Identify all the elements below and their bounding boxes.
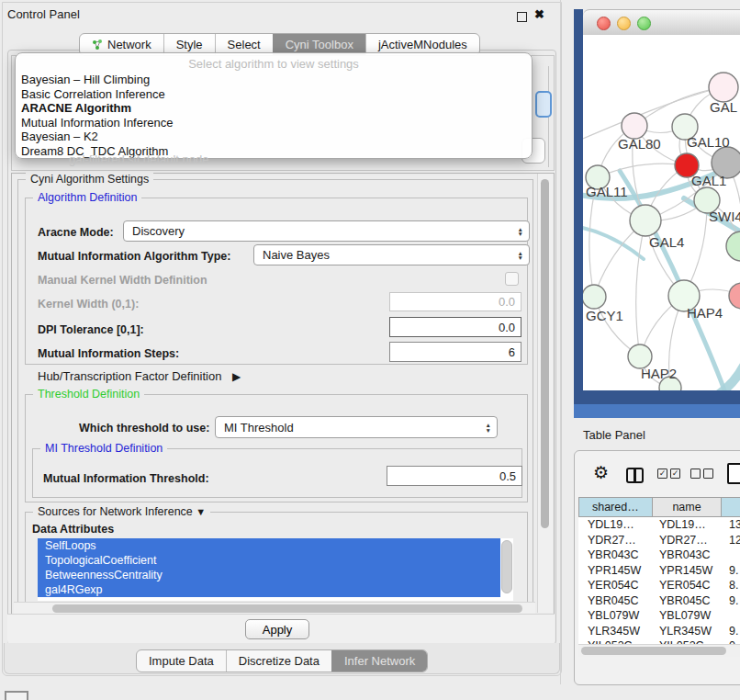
split-pane-icon[interactable] [626,468,644,483]
table-row[interactable]: YLR345WYLR345W9. [578,624,740,639]
table-cell: YBL079W [652,609,722,622]
table-hscrollbar[interactable] [578,644,740,657]
network-node-GCY1[interactable] [583,285,606,309]
algorithm-popup-placeholder: Select algorithm to view settings [16,57,532,71]
network-node-GAL4[interactable] [630,205,661,236]
table-cell: YBR045C [578,594,652,607]
attribute-item[interactable]: BetweennessCentrality [38,568,501,582]
data-attributes-list[interactable]: SelfLoopsTopologicalCoefficientBetweenne… [38,538,513,601]
table-row[interactable]: YPR145WYPR145W9. [578,563,740,579]
algorithm-popup-list: Bayesian – Hill ClimbingBasic Correlatio… [21,73,526,159]
mi-threshold-input[interactable]: 0.5 [387,466,522,486]
table-cell: YDL19… [652,518,722,531]
expand-right-icon[interactable]: ▶ [232,370,241,383]
algorithm-option[interactable]: Mutual Information Inference [21,116,526,130]
table-cell: 8. [722,579,740,592]
tab-impute-data[interactable]: Impute Data [137,650,226,672]
apply-button[interactable]: Apply [245,619,309,639]
settings-hscrollbar[interactable] [14,602,535,614]
column-header-shared…[interactable]: shared… [578,497,653,517]
algorithm-option[interactable]: Bayesian – K2 [21,130,526,144]
table-cell: 12 [722,534,740,547]
node-table-header: shared…nameA [578,497,740,517]
node-label-HAP4: HAP4 [687,305,723,321]
table-cell: YBR043C [578,548,652,561]
mi-steps-input[interactable]: 6 [389,342,521,362]
settings-hscrollbar-thumb[interactable] [52,604,522,613]
cyni-settings-pane: Cyni Algorithm Settings Algorithm Defini… [11,173,555,615]
collapse-down-icon[interactable]: ▼ [196,506,206,517]
attribute-item[interactable]: gal4RGexp [38,582,501,597]
network-view-window: GALGAL80GAL10GAL1GAL11SWI4GAL4GCY1HAP4YH… [574,9,740,418]
table-row[interactable]: YDL19…YDL19…13 [578,517,740,533]
settings-vscrollbar-thumb[interactable] [541,179,549,528]
tab-label: jActiveMNodules [378,38,467,51]
attributes-scrollbar-thumb[interactable] [501,540,512,593]
table-cell: 13 [722,518,740,531]
kernel-width-input[interactable]: 0.0 [389,292,521,311]
unchecked-columns-icon[interactable] [690,469,713,479]
tab-infer-network[interactable]: Infer Network [331,650,427,672]
table-cell: YER054C [652,579,722,592]
manual-kernel-checkbox[interactable] [505,272,519,286]
sources-title-text: Sources for Network Inference [38,505,193,518]
table-cell: 9. [722,564,740,577]
screen: Control Panel ✖ NetworkStyleSelectCyni T… [0,0,740,700]
dpi-tolerance-label: DPI Tolerance [0,1]: [38,323,144,336]
table-cell: YER054C [578,579,652,592]
network-selector-ghost: gal-filtered.sif default node [69,152,208,166]
dpi-tolerance-input[interactable]: 0.0 [389,317,521,337]
network-node-GAL[interactable] [709,73,738,102]
network-window-titlebar[interactable] [583,9,740,37]
network-graph[interactable]: GALGAL80GAL10GAL1GAL11SWI4GAL4GCY1HAP4YH… [583,35,740,390]
aracne-mode-combo[interactable]: Discovery ▲▼ [123,220,530,242]
which-threshold-combo[interactable]: MI Threshold ▲▼ [215,416,498,438]
table-row[interactable]: YER054CYER054C8. [578,578,740,593]
settings-vscrollbar[interactable] [537,174,553,613]
aracne-mode-label: Aracne Mode: [38,226,114,239]
tab-label: Network [107,38,151,51]
panel-divider[interactable] [560,0,561,684]
document-icon[interactable] [727,463,740,484]
stepper-icon: ▲▼ [518,226,523,236]
minimize-traffic-light[interactable] [617,17,631,30]
network-node-grnR[interactable] [726,231,740,261]
attribute-item[interactable]: SelfLoops [38,538,501,553]
gear-icon[interactable]: ⚙ [593,462,609,483]
mi-type-label: Mutual Information Algorithm Type: [38,250,230,263]
mi-type-combo[interactable]: Naive Bayes ▲▼ [253,244,530,265]
network-node-Y[interactable] [729,283,740,309]
column-header-A[interactable]: A [722,497,740,517]
data-attributes-label: Data Attributes [32,523,114,536]
which-threshold-value: MI Threshold [224,421,294,435]
float-window-icon[interactable] [517,12,527,22]
algorithm-option[interactable]: Bayesian – Hill Climbing [21,73,526,87]
network-canvas[interactable]: GALGAL80GAL10GAL1GAL11SWI4GAL4GCY1HAP4YH… [583,35,740,390]
table-row[interactable]: YDR27…YDR27…12 [578,533,740,548]
close-traffic-light[interactable] [597,17,611,30]
attributes-scrollbar[interactable] [500,538,513,601]
algorithm-option[interactable]: ARACNE Algorithm [21,101,526,116]
threshold-definition-title: Threshold Definition [33,388,144,401]
tab-discretize-data[interactable]: Discretize Data [226,650,331,672]
corner-widget[interactable] [5,691,28,700]
hub-definition-label: Hub/Transcription Factor Definition [38,369,221,383]
checked-columns-icon[interactable]: ✓✓ [657,469,680,479]
network-edge[interactable] [636,220,645,356]
combo-stepper-fragment[interactable] [535,91,552,118]
hub-definition-toggle[interactable]: Hub/Transcription Factor Definition ▶ [38,369,241,383]
table-cell: YLR345W [578,625,652,638]
algorithm-dropdown-popup: Select algorithm to view settings Bayesi… [15,52,533,159]
zoom-traffic-light[interactable] [637,17,651,30]
column-header-name[interactable]: name [653,497,723,517]
algorithm-option[interactable]: Basic Correlation Inference [21,87,526,102]
table-row[interactable]: YBR043CYBR043C [578,548,740,563]
table-hscrollbar-thumb[interactable] [581,647,726,655]
table-row[interactable]: YBL079WYBL079W [578,608,740,624]
node-label-GAL10: GAL10 [687,134,730,150]
table-row[interactable]: YBR045CYBR045C9. [578,593,740,609]
close-icon[interactable]: ✖ [534,7,544,21]
sources-group-title[interactable]: Sources for Network Inference ▼ [33,505,210,518]
network-node-GAL80[interactable] [622,113,647,139]
attribute-item[interactable]: TopologicalCoefficient [38,553,501,568]
